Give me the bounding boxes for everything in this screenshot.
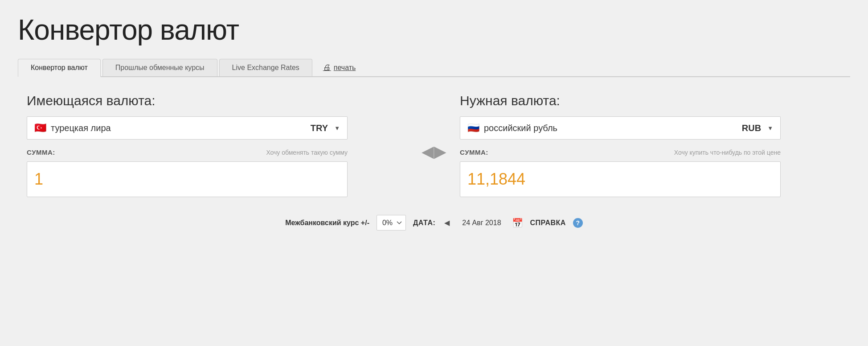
page-title: Конвертор валют bbox=[18, 13, 850, 46]
to-currency-section: Нужная валюта: 🇷🇺 российский рубль RUB ▼… bbox=[460, 93, 841, 197]
from-amount-label: СУММА: bbox=[27, 148, 55, 156]
from-amount-field-wrapper bbox=[27, 161, 408, 197]
from-amount-row: СУММА: Хочу обменять такую сумму bbox=[27, 148, 408, 197]
from-currency-selector[interactable]: 🇹🇷 турецкая лира TRY ▼ bbox=[27, 116, 348, 140]
to-amount-hint: Хочу купить что-нибудь по этой цене bbox=[674, 149, 781, 156]
to-amount-row-top: СУММА: Хочу купить что-нибудь по этой це… bbox=[460, 148, 781, 159]
help-icon[interactable]: ? bbox=[573, 218, 583, 228]
from-currency-dropdown-arrow: ▼ bbox=[334, 125, 340, 132]
print-icon: 🖨 bbox=[323, 63, 331, 72]
interbank-label: Межбанковский курс +/- bbox=[285, 219, 369, 227]
calendar-icon[interactable]: 📅 bbox=[512, 218, 523, 228]
bottom-bar: Межбанковский курс +/- 0% 1% 2% 5% ДАТА:… bbox=[27, 215, 841, 231]
print-link[interactable]: 🖨 печать bbox=[323, 63, 356, 72]
tab-live[interactable]: Live Exchange Rates bbox=[219, 59, 312, 76]
swap-arrows-center: ◀▶ bbox=[408, 142, 460, 161]
from-currency-code: TRY bbox=[311, 123, 328, 133]
to-section-label: Нужная валюта: bbox=[460, 93, 841, 108]
date-value: 24 Авг 2018 bbox=[459, 219, 504, 227]
from-currency-name: турецкая лира bbox=[51, 123, 306, 133]
to-currency-dropdown-arrow: ▼ bbox=[767, 125, 773, 132]
from-currency-flag: 🇹🇷 bbox=[34, 122, 46, 134]
interbank-select[interactable]: 0% 1% 2% 5% bbox=[377, 215, 406, 231]
date-label: ДАТА: bbox=[413, 219, 435, 227]
help-label: СПРАВКА bbox=[530, 219, 566, 227]
page-wrapper: Конвертор валют Конвертор валют Прошлые … bbox=[0, 0, 868, 264]
to-amount-label: СУММА: bbox=[460, 148, 488, 156]
main-content: Имеющаяся валюта: 🇹🇷 турецкая лира TRY ▼… bbox=[18, 77, 850, 247]
from-amount-input[interactable] bbox=[27, 161, 348, 197]
to-currency-selector[interactable]: 🇷🇺 российский рубль RUB ▼ bbox=[460, 116, 781, 140]
to-amount-input[interactable] bbox=[460, 161, 781, 197]
tabs-bar: Конвертор валют Прошлые обменные курсы L… bbox=[18, 59, 850, 77]
from-amount-row-top: СУММА: Хочу обменять такую сумму bbox=[27, 148, 348, 159]
from-currency-section: Имеющаяся валюта: 🇹🇷 турецкая лира TRY ▼… bbox=[27, 93, 408, 197]
to-amount-field-wrapper bbox=[460, 161, 841, 197]
date-nav-left-icon[interactable]: ◀ bbox=[442, 218, 451, 227]
converter-row: Имеющаяся валюта: 🇹🇷 турецкая лира TRY ▼… bbox=[27, 93, 841, 197]
to-amount-row: СУММА: Хочу купить что-нибудь по этой це… bbox=[460, 148, 841, 197]
from-amount-hint: Хочу обменять такую сумму bbox=[266, 149, 348, 156]
tab-converter[interactable]: Конвертор валют bbox=[18, 59, 101, 77]
swap-arrows-icon[interactable]: ◀▶ bbox=[422, 142, 446, 161]
to-currency-name: российский рубль bbox=[484, 123, 737, 133]
to-currency-code: RUB bbox=[742, 123, 761, 133]
tab-historical[interactable]: Прошлые обменные курсы bbox=[102, 59, 217, 76]
from-section-label: Имеющаяся валюта: bbox=[27, 93, 408, 108]
to-currency-flag: 🇷🇺 bbox=[467, 122, 479, 134]
print-label: печать bbox=[334, 64, 356, 72]
